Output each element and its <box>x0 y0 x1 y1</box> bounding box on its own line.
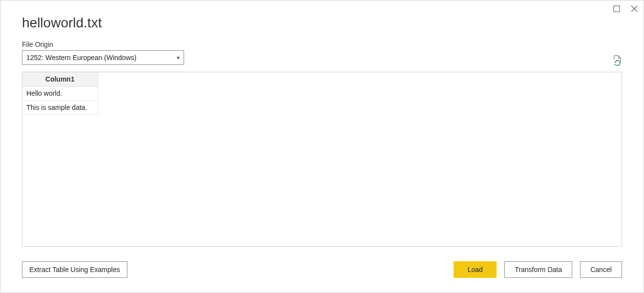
maximize-icon[interactable] <box>612 4 621 13</box>
table-cell[interactable]: This is sample data. <box>22 101 98 115</box>
table-row: Hello world. <box>22 86 98 101</box>
preview-table: Column1 Hello world. This is sample data… <box>22 72 98 115</box>
file-origin-select[interactable]: 1252: Western European (Windows) ▼ <box>22 50 184 65</box>
file-origin-value: 1252: Western European (Windows) <box>26 54 136 62</box>
refresh-preview-icon[interactable] <box>612 55 622 65</box>
table-cell[interactable]: Hello world. <box>22 86 98 101</box>
window-controls <box>612 4 639 13</box>
transform-data-button[interactable]: Transform Data <box>504 261 572 278</box>
svg-rect-0 <box>614 6 620 12</box>
import-preview-dialog: helloworld.txt File Origin 1252: Western… <box>0 0 644 293</box>
cancel-button[interactable]: Cancel <box>580 261 622 278</box>
file-origin-label: File Origin <box>22 41 184 48</box>
file-origin-row: File Origin 1252: Western European (Wind… <box>22 41 622 65</box>
close-icon[interactable] <box>630 4 639 13</box>
extract-table-button[interactable]: Extract Table Using Examples <box>22 261 127 278</box>
data-preview-pane: Column1 Hello world. This is sample data… <box>22 72 622 247</box>
dialog-title: helloworld.txt <box>22 15 622 31</box>
load-button[interactable]: Load <box>454 261 497 278</box>
table-row: This is sample data. <box>22 101 98 115</box>
footer-actions: Load Transform Data Cancel <box>454 261 622 278</box>
column-header[interactable]: Column1 <box>22 72 98 86</box>
dialog-footer: Extract Table Using Examples Load Transf… <box>22 261 622 278</box>
chevron-down-icon: ▼ <box>176 55 181 61</box>
